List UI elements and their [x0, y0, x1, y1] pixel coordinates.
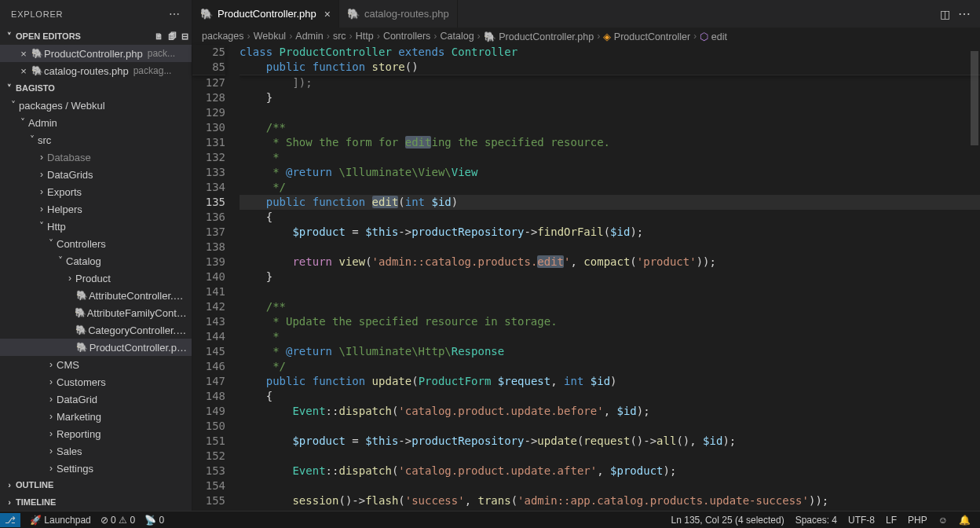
- breadcrumb-segment[interactable]: Admin: [295, 31, 323, 42]
- tree-label: Reporting: [57, 428, 101, 440]
- code-area[interactable]: class ProductController extends Controll…: [240, 45, 980, 511]
- open-editors-header[interactable]: ˅ OPEN EDITORS 🗎 🗐 ⊟: [0, 28, 192, 45]
- language-mode[interactable]: PHP: [908, 515, 927, 526]
- code-line[interactable]: ]);: [240, 75, 980, 90]
- breadcrumb-segment[interactable]: src: [333, 31, 346, 42]
- folder-item[interactable]: ›Settings: [0, 460, 192, 476]
- feedback-icon[interactable]: ☺: [938, 515, 948, 526]
- open-editor-item[interactable]: ×🐘catalog-routes.phppackag...: [0, 62, 192, 79]
- code-line[interactable]: session()->flash('success', trans('admin…: [240, 493, 980, 508]
- breadcrumb-segment[interactable]: ◈ ProductController: [603, 31, 690, 42]
- file-item[interactable]: 🐘ProductController.php: [0, 339, 192, 356]
- folder-item[interactable]: ˅Controllers: [0, 235, 192, 252]
- breadcrumb-segment[interactable]: 🐘 ProductController.php: [484, 31, 594, 42]
- scrollbar-vertical[interactable]: [969, 45, 980, 511]
- folder-item[interactable]: ›Sales: [0, 442, 192, 460]
- indentation[interactable]: Spaces: 4: [795, 515, 837, 526]
- code-line[interactable]: [240, 449, 980, 464]
- close-icon[interactable]: ×: [324, 8, 331, 20]
- folder-item[interactable]: ˅Admin: [0, 114, 192, 131]
- code-line[interactable]: }: [240, 90, 980, 105]
- timeline-title: TIMELINE: [16, 497, 56, 507]
- notifications-icon[interactable]: 🔔: [959, 515, 971, 526]
- timeline-header[interactable]: › TIMELINE: [0, 493, 192, 511]
- scrollbar-thumb[interactable]: [971, 51, 978, 145]
- code-line[interactable]: * Update the specified resource in stora…: [240, 314, 980, 329]
- editor[interactable]: 2585127128129130131132133134135136137138…: [192, 45, 980, 511]
- code-line[interactable]: [240, 284, 980, 299]
- file-item[interactable]: 🐘CategoryController.php: [0, 321, 192, 339]
- code-line[interactable]: [240, 105, 980, 120]
- folder-item[interactable]: ›Reporting: [0, 425, 192, 442]
- file-item[interactable]: 🐘AttributeFamilyControll...: [0, 304, 192, 321]
- folder-item[interactable]: ›CMS: [0, 356, 192, 373]
- project-header[interactable]: ˅ BAGISTO: [0, 79, 192, 97]
- code-line[interactable]: */: [240, 359, 980, 374]
- folder-item[interactable]: ›Helpers: [0, 200, 192, 218]
- encoding[interactable]: UTF-8: [848, 515, 875, 526]
- code-line[interactable]: Event::dispatch('catalog.product.update.…: [240, 464, 980, 478]
- code-line[interactable]: [240, 478, 980, 493]
- folder-item[interactable]: ›DataGrids: [0, 166, 192, 183]
- breadcrumb-segment[interactable]: Catalog: [441, 31, 474, 42]
- cursor-position[interactable]: Ln 135, Col 25 (4 selected): [671, 515, 784, 526]
- open-editors-actions: 🗎 🗐 ⊟: [155, 31, 188, 42]
- code-line[interactable]: $product = $this->productRepository->upd…: [240, 434, 980, 449]
- save-all-icon[interactable]: 🗐: [168, 31, 177, 42]
- code-line[interactable]: Event::dispatch('catalog.product.update.…: [240, 404, 980, 419]
- folder-item[interactable]: ˅src: [0, 131, 192, 148]
- launchpad-button[interactable]: 🚀 Launchpad: [30, 515, 91, 526]
- folder-item[interactable]: ˅Http: [0, 218, 192, 235]
- more-icon[interactable]: ⋯: [169, 8, 181, 20]
- code-line[interactable]: [240, 419, 980, 434]
- code-line[interactable]: }: [240, 270, 980, 284]
- editor-tab[interactable]: 🐘catalog-routes.php: [339, 0, 458, 28]
- code-line[interactable]: * Show the form for editing the specifie…: [240, 135, 980, 150]
- folder-item[interactable]: ›Product: [0, 270, 192, 287]
- folder-item[interactable]: ›Exports: [0, 183, 192, 200]
- folder-item[interactable]: ›Database: [0, 148, 192, 166]
- ports-button[interactable]: 📡 0: [144, 515, 164, 526]
- outline-header[interactable]: › OUTLINE: [0, 476, 192, 493]
- close-icon[interactable]: ×: [17, 48, 30, 60]
- code-line[interactable]: [240, 508, 980, 511]
- code-line[interactable]: return view('admin::catalog.products.edi…: [240, 255, 980, 270]
- code-line[interactable]: {: [240, 210, 980, 225]
- breadcrumb-segment[interactable]: Webkul: [254, 31, 286, 42]
- editor-tab[interactable]: 🐘ProductController.php×: [192, 0, 339, 28]
- code-line[interactable]: {: [240, 389, 980, 404]
- folder-item[interactable]: ˅Catalog: [0, 252, 192, 270]
- problems-button[interactable]: ⊘ 0 ⚠ 0: [101, 515, 135, 526]
- breadcrumb-segment[interactable]: ⬡ edit: [700, 31, 727, 42]
- file-item[interactable]: 🐘AttributeController.php: [0, 287, 192, 304]
- code-line[interactable]: * @return \Illuminate\View\View: [240, 165, 980, 180]
- new-file-icon[interactable]: 🗎: [155, 31, 163, 42]
- eol[interactable]: LF: [886, 515, 897, 526]
- more-icon[interactable]: ⋯: [958, 6, 971, 21]
- code-line[interactable]: /**: [240, 299, 980, 314]
- split-editor-icon[interactable]: ◫: [940, 8, 950, 20]
- folder-item[interactable]: ˅packages / Webkul: [0, 97, 192, 114]
- code-line[interactable]: public function update(ProductForm $requ…: [240, 374, 980, 389]
- code-line[interactable]: *: [240, 329, 980, 344]
- open-editor-label: ProductController.php: [44, 48, 143, 60]
- tree-label: AttributeFamilyControll...: [87, 307, 187, 319]
- code-line[interactable]: /**: [240, 120, 980, 135]
- folder-item[interactable]: ›DataGrid: [0, 390, 192, 408]
- remote-icon[interactable]: ⎇: [0, 513, 20, 527]
- code-line[interactable]: [240, 240, 980, 255]
- folder-item[interactable]: ›Marketing: [0, 408, 192, 425]
- code-line[interactable]: $product = $this->productRepository->fin…: [240, 225, 980, 240]
- code-line[interactable]: * @return \Illuminate\Http\Response: [240, 344, 980, 359]
- breadcrumb-segment[interactable]: Http: [356, 31, 374, 42]
- close-all-icon[interactable]: ⊟: [181, 31, 188, 42]
- breadcrumbs[interactable]: packages›Webkul›Admin›src›Http›Controlle…: [192, 28, 980, 45]
- breadcrumb-segment[interactable]: packages: [202, 31, 244, 42]
- code-line[interactable]: public function edit(int $id): [240, 195, 980, 210]
- open-editor-item[interactable]: ×🐘ProductController.phppack...: [0, 45, 192, 62]
- breadcrumb-segment[interactable]: Controllers: [383, 31, 430, 42]
- code-line[interactable]: */: [240, 180, 980, 195]
- code-line[interactable]: *: [240, 150, 980, 165]
- close-icon[interactable]: ×: [17, 65, 30, 77]
- folder-item[interactable]: ›Customers: [0, 373, 192, 390]
